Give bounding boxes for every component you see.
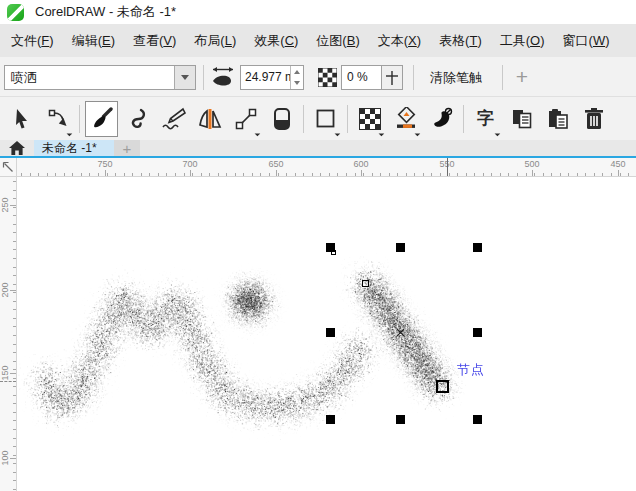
separator — [463, 105, 464, 133]
spray-pattern-dropdown[interactable]: 喷洒 — [4, 65, 196, 90]
document-tab[interactable]: 未命名 -1* — [34, 140, 114, 156]
ruler-number: 700 — [182, 159, 197, 169]
add-spray-button[interactable]: + — [510, 62, 534, 92]
ruler-major-tick — [618, 170, 619, 176]
curve-node[interactable] — [331, 250, 336, 255]
selection-center-mark[interactable] — [395, 327, 406, 338]
curve-node[interactable] — [436, 380, 449, 393]
ruler-number: 450 — [610, 159, 625, 169]
clear-strokes-button[interactable]: 清除笔触 — [424, 65, 488, 90]
ruler-number: 750 — [97, 159, 112, 169]
menu-item-O[interactable]: 工具(O) — [491, 24, 554, 57]
ruler-tick — [21, 173, 22, 176]
shape-tool-button[interactable] — [41, 101, 74, 137]
cursor-position-marker — [447, 158, 448, 176]
selection-handle[interactable] — [473, 328, 482, 337]
ruler-tick — [577, 173, 578, 176]
menu-item-E[interactable]: 编辑(E) — [63, 24, 124, 57]
ruler-tick — [13, 489, 16, 490]
ruler-tick — [568, 173, 569, 176]
slider-handle-icon — [385, 70, 399, 86]
ruler-tick — [175, 173, 176, 176]
ruler-tick — [158, 173, 159, 176]
selection-handle[interactable] — [396, 243, 405, 252]
node-tooltip-label: 节点 — [457, 361, 485, 379]
ruler-number: 250 — [0, 193, 10, 217]
trash-icon — [583, 107, 605, 131]
spin-up-icon[interactable] — [291, 66, 303, 78]
document-tab-bar: 未命名 -1* + — [0, 140, 636, 158]
ruler-tick — [13, 455, 16, 456]
ruler-major-tick — [10, 290, 16, 291]
ruler-tick — [13, 215, 16, 216]
separator — [303, 105, 304, 133]
ruler-origin-button[interactable] — [0, 158, 17, 177]
ruler-tick — [295, 173, 296, 176]
menu-item-T[interactable]: 表格(T) — [430, 24, 491, 57]
ruler-tick — [38, 173, 39, 176]
ruler-tick — [508, 173, 509, 176]
spin-down-icon[interactable] — [291, 78, 303, 90]
ruler-tick — [380, 173, 381, 176]
menu-item-L[interactable]: 布局(L) — [185, 24, 245, 57]
paste-button[interactable] — [541, 101, 574, 137]
symmetry-triangles-icon — [197, 106, 223, 132]
copy-button[interactable] — [505, 101, 538, 137]
delete-button[interactable] — [577, 101, 610, 137]
ruler-tick — [543, 173, 544, 176]
artistic-media-tool-button[interactable] — [85, 101, 118, 137]
nib-size-stepper[interactable]: 24.977 mm — [240, 65, 304, 90]
pick-tool-button[interactable] — [5, 101, 38, 137]
welcome-home-button[interactable] — [0, 140, 34, 156]
ruler-tick — [397, 173, 398, 176]
symmetry-tool-button[interactable] — [193, 101, 226, 137]
smoothing-slider-button[interactable] — [381, 66, 402, 89]
connector-line-tool-button[interactable] — [229, 101, 262, 137]
ruler-major-tick — [276, 170, 277, 176]
paste-icon — [546, 107, 570, 131]
ruler-tick — [560, 173, 561, 176]
selection-handle[interactable] — [326, 415, 335, 424]
ruler-tick — [243, 173, 244, 176]
pattern-tool-button[interactable] — [353, 101, 386, 137]
rectangle-tool-button[interactable] — [309, 101, 342, 137]
smoothing-field[interactable]: 0 % — [341, 65, 403, 90]
ruler-tick — [466, 173, 467, 176]
ruler-tick — [13, 249, 16, 250]
ruler-tick — [303, 173, 304, 176]
ruler-number: 650 — [268, 159, 283, 169]
ruler-number: 500 — [524, 159, 539, 169]
drawing-canvas[interactable]: 节点 — [17, 177, 636, 491]
curve-node[interactable] — [362, 280, 369, 287]
selection-handle[interactable] — [396, 415, 405, 424]
ruler-tick — [431, 173, 432, 176]
menu-item-F[interactable]: 文件(F) — [2, 24, 63, 57]
menu-item-C[interactable]: 效果(C) — [245, 24, 307, 57]
ruler-tick — [55, 173, 56, 176]
ruler-tick — [278, 173, 279, 176]
new-document-tab-button[interactable]: + — [114, 140, 140, 156]
ruler-tick — [13, 352, 16, 353]
selection-handle[interactable] — [326, 328, 335, 337]
dropdown-arrow-icon[interactable] — [174, 66, 195, 89]
menu-item-W[interactable]: 窗口(W) — [554, 24, 619, 57]
ruler-tick — [13, 420, 16, 421]
fill-tool-button[interactable] — [389, 101, 422, 137]
eraser-tool-button[interactable] — [265, 101, 298, 137]
ruler-tick — [13, 335, 16, 336]
menu-item-X[interactable]: 文本(X) — [369, 24, 430, 57]
sketch-tool-button[interactable] — [157, 101, 190, 137]
ruler-major-tick — [10, 205, 16, 206]
ruler-tick — [457, 173, 458, 176]
menu-item-B[interactable]: 位图(B) — [307, 24, 368, 57]
selection-handle[interactable] — [473, 415, 482, 424]
ruler-tick — [13, 258, 16, 259]
menu-item-V[interactable]: 查看(V) — [124, 24, 185, 57]
selection-handle[interactable] — [473, 243, 482, 252]
pepper-spray-tool-button[interactable] — [425, 101, 458, 137]
ruler-major-tick — [190, 170, 191, 176]
text-tool-button[interactable]: 字 — [469, 101, 502, 137]
swirl-curve-tool-button[interactable] — [121, 101, 154, 137]
ruler-major-tick — [10, 373, 16, 374]
swirl-curve-icon — [126, 107, 150, 131]
